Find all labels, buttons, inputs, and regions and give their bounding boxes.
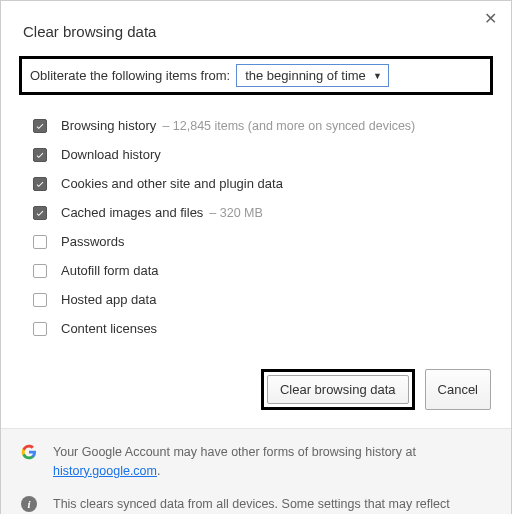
info-icon: i <box>21 496 39 514</box>
checkbox-row: Passwords <box>33 227 503 256</box>
checkbox-row: Autofill form data <box>33 256 503 285</box>
checkbox-label: Browsing history <box>61 118 156 133</box>
checkbox-label: Passwords <box>61 234 125 249</box>
checkbox-label: Cached images and files <box>61 205 203 220</box>
checkbox-extra: – 12,845 items (and more on synced devic… <box>162 119 415 133</box>
checkbox-label: Cookies and other site and plugin data <box>61 176 283 191</box>
time-range-label: Obliterate the following items from: <box>30 68 230 83</box>
checkbox[interactable] <box>33 322 47 336</box>
checkbox-label: Autofill form data <box>61 263 159 278</box>
dialog-title: Clear browsing data <box>1 1 511 50</box>
footer-google-text: Your Google Account may have other forms… <box>53 443 491 481</box>
checkbox-extra: – 320 MB <box>209 206 263 220</box>
clear-browsing-data-button[interactable]: Clear browsing data <box>267 375 409 404</box>
checkbox-label: Hosted app data <box>61 292 156 307</box>
checkbox-row: Hosted app data <box>33 285 503 314</box>
checkbox-label: Content licenses <box>61 321 157 336</box>
close-icon[interactable]: ✕ <box>484 11 497 27</box>
cancel-button[interactable]: Cancel <box>425 369 491 410</box>
time-range-select[interactable]: the beginning of time <box>236 64 389 87</box>
checkbox[interactable] <box>33 235 47 249</box>
checkbox-row: Content licenses <box>33 314 503 343</box>
primary-button-highlight: Clear browsing data <box>261 369 415 410</box>
checkbox[interactable] <box>33 177 47 191</box>
dialog-footer: Your Google Account may have other forms… <box>1 428 511 514</box>
checkbox-row: Download history <box>33 140 503 169</box>
clear-browsing-data-dialog: ✕ Clear browsing data Obliterate the fol… <box>0 0 512 514</box>
footer-google-row: Your Google Account may have other forms… <box>21 443 491 481</box>
google-logo-icon <box>21 444 39 462</box>
checkbox[interactable] <box>33 148 47 162</box>
history-google-link[interactable]: history.google.com <box>53 464 157 478</box>
checkbox-row: Browsing history– 12,845 items (and more… <box>33 111 503 140</box>
checkbox-row: Cookies and other site and plugin data <box>33 169 503 198</box>
time-range-value: the beginning of time <box>245 68 366 83</box>
button-row: Clear browsing data Cancel <box>1 353 511 428</box>
checkbox-row: Cached images and files– 320 MB <box>33 198 503 227</box>
checkbox[interactable] <box>33 293 47 307</box>
checkbox[interactable] <box>33 264 47 278</box>
checkbox-label: Download history <box>61 147 161 162</box>
checkbox-list: Browsing history– 12,845 items (and more… <box>1 109 511 353</box>
checkbox[interactable] <box>33 119 47 133</box>
footer-info-text: This clears synced data from all devices… <box>53 495 491 515</box>
footer-info-row: i This clears synced data from all devic… <box>21 495 491 515</box>
time-range-row: Obliterate the following items from: the… <box>19 56 493 95</box>
checkbox[interactable] <box>33 206 47 220</box>
